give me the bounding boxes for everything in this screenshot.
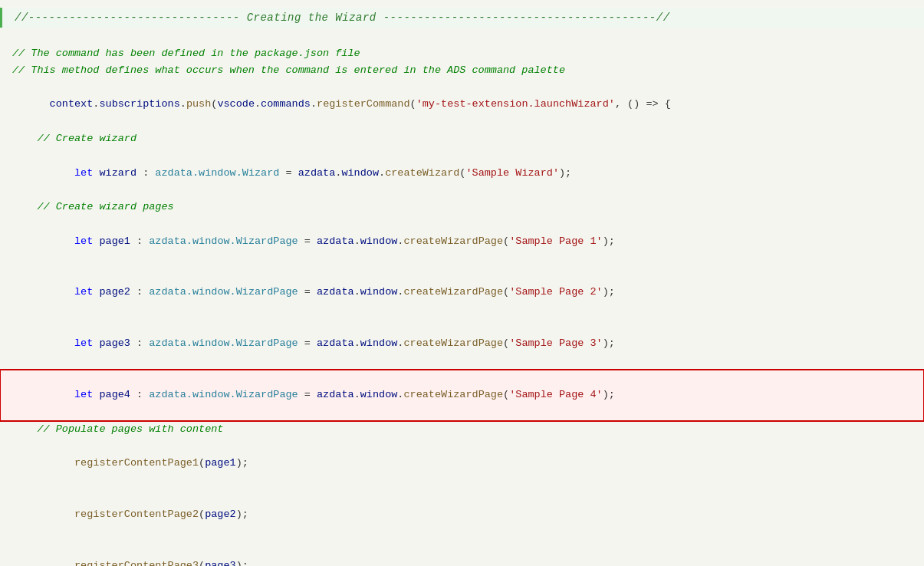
code-line-page2: let page2 : azdata.window.WizardPage = a…: [0, 267, 924, 318]
comment-text: // Create wizard pages: [12, 199, 912, 216]
code-text: registerContentPage2(page2);: [12, 489, 912, 541]
code-text: let page2 : azdata.window.WizardPage = a…: [12, 267, 912, 318]
code-text: registerContentPage3(page3);: [12, 540, 912, 566]
code-line-context: context.subscriptions.push(vscode.comman…: [0, 79, 924, 130]
code-line-page4-highlighted: let page4 : azdata.window.WizardPage = a…: [0, 370, 924, 421]
code-line-wizard: let wizard : azdata.window.Wizard = azda…: [0, 147, 924, 199]
code-text: let wizard : azdata.window.Wizard = azda…: [12, 147, 912, 199]
comment-text: // The command has been defined in the p…: [12, 45, 912, 62]
code-line-page3: let page3 : azdata.window.WizardPage = a…: [0, 318, 924, 370]
code-container: //------------------------------- Creati…: [0, 0, 924, 566]
section-header: //------------------------------- Creati…: [0, 8, 924, 28]
code-line-create-comment: // Create wizard: [0, 130, 924, 147]
code-text: let page1 : azdata.window.WizardPage = a…: [12, 216, 912, 267]
code-text: registerContentPage1(page1);: [12, 438, 912, 489]
comment-text: // Populate pages with content: [12, 421, 912, 438]
code-text: let page3 : azdata.window.WizardPage = a…: [12, 318, 912, 370]
code-line-reg3: registerContentPage3(page3);: [0, 540, 924, 566]
code-line-comment1: // The command has been defined in the p…: [0, 45, 924, 62]
comment-text: // Create wizard: [12, 130, 912, 147]
code-line-populate-comment: // Populate pages with content: [0, 421, 924, 438]
code-line-reg1: registerContentPage1(page1);: [0, 438, 924, 489]
code-line-reg2: registerContentPage2(page2);: [0, 489, 924, 541]
code-text: context.subscriptions.push(vscode.comman…: [12, 79, 912, 130]
code-line-comment2: // This method defines what occurs when …: [0, 62, 924, 79]
code-text: let page4 : azdata.window.WizardPage = a…: [12, 370, 912, 421]
code-line: [0, 28, 924, 44]
comment-text: // This method defines what occurs when …: [12, 62, 912, 79]
code-line-pages-comment: // Create wizard pages: [0, 199, 924, 216]
section-header-text: //------------------------------- Creati…: [15, 12, 670, 24]
code-line-page1: let page1 : azdata.window.WizardPage = a…: [0, 216, 924, 267]
